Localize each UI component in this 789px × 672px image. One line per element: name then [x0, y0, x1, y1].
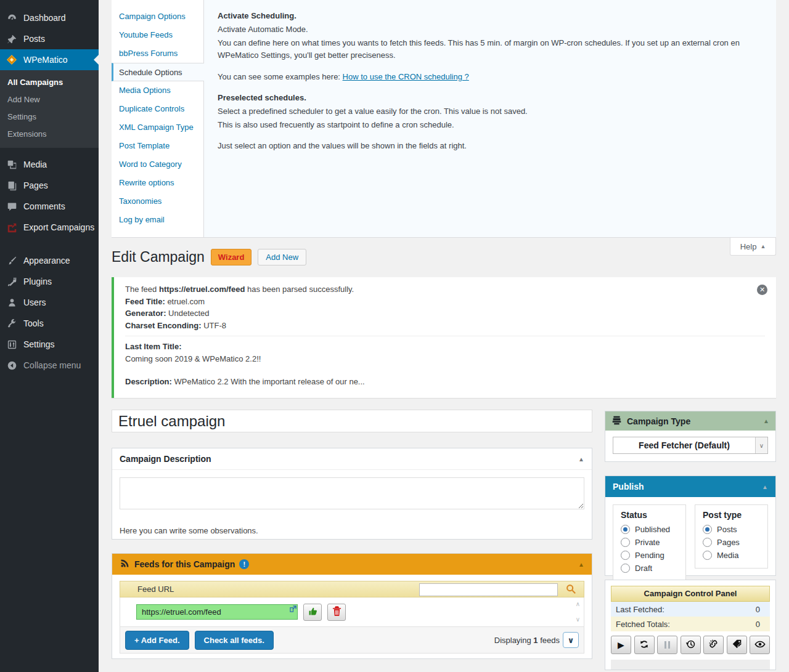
help-heading: Activate Scheduling.	[218, 11, 296, 20]
sidebar-item-label: Tools	[23, 318, 44, 328]
help-heading: Preselected schedules.	[218, 93, 306, 102]
preview-button[interactable]	[750, 636, 770, 654]
export-icon	[6, 221, 18, 233]
fetched-totals-row: Fetched Totals: 0	[611, 617, 770, 631]
feeds-box: Feeds for this Campaign ! ▲ Feed URL	[112, 553, 592, 659]
help-tab-log-by-email[interactable]: Log by email	[112, 211, 203, 229]
sidebar-item-label: Comments	[23, 201, 65, 211]
cron-scheduling-link[interactable]: How to use the CRON scheduling ?	[343, 72, 469, 81]
check-feed-button[interactable]	[303, 604, 322, 621]
help-toggle-button[interactable]: Help ▲	[730, 238, 776, 256]
help-line: Just select an option and the values wil…	[218, 140, 762, 152]
feed-search-input[interactable]	[419, 583, 558, 596]
history-log-button[interactable]	[681, 636, 701, 654]
help-line: Activate Automatic Mode.	[218, 23, 762, 36]
wrench-icon	[6, 317, 18, 330]
external-link-icon[interactable]	[290, 605, 296, 614]
submenu-item-extensions[interactable]: Extensions	[0, 126, 99, 143]
campaign-description-box: Campaign Description ▲ Here you can writ…	[112, 448, 592, 540]
help-tab-taxonomies[interactable]: Taxonomies	[112, 192, 203, 211]
radio-status-private[interactable]: Private	[621, 536, 678, 549]
collapse-triangle-icon[interactable]: ▲	[762, 484, 768, 490]
sidebar-item-appearance[interactable]: Appearance	[0, 250, 99, 271]
sidebar-item-comments[interactable]: Comments	[0, 196, 99, 217]
check-all-feeds-button[interactable]: Check all feeds.	[195, 631, 274, 650]
feed-list: ∧ ∨	[120, 597, 584, 627]
notice-line-last-item-value: Coming soon 2019 & WPeMatico 2.2!!	[125, 353, 765, 365]
help-tab-youtube-feeds[interactable]: Youtube Feeds	[112, 26, 203, 44]
notice-divider	[125, 336, 765, 336]
scroll-up-icon[interactable]: ∧	[576, 601, 580, 607]
radio-status-pending[interactable]: Pending	[621, 549, 678, 562]
feeds-box-header[interactable]: Feeds for this Campaign ! ▲	[112, 554, 592, 575]
submenu-item-settings[interactable]: Settings	[0, 108, 99, 126]
wizard-button[interactable]: Wizard	[211, 249, 252, 265]
fetch-now-button[interactable]: ▶	[611, 636, 631, 654]
sidebar-item-posts[interactable]: Posts	[0, 28, 99, 49]
sidebar-item-users[interactable]: Users	[0, 292, 99, 313]
radio-icon	[621, 564, 630, 573]
sidebar-item-label: Collapse menu	[23, 360, 81, 370]
expand-feed-list-button[interactable]: ∨	[563, 632, 579, 648]
campaign-description-header[interactable]: Campaign Description ▲	[112, 448, 592, 470]
info-icon[interactable]: !	[239, 559, 249, 569]
sidebar-item-export-campaigns[interactable]: Export Campaigns	[0, 217, 99, 238]
unlink-button[interactable]	[703, 636, 724, 654]
dismiss-icon[interactable]: ✕	[757, 285, 767, 295]
sidebar-item-collapse-menu[interactable]: Collapse menu	[0, 355, 99, 376]
sidebar-item-dashboard[interactable]: Dashboard	[0, 7, 99, 28]
sidebar-item-pages[interactable]: Pages	[0, 175, 99, 196]
help-tab-xml-campaign-type[interactable]: XML Campaign Type	[112, 118, 203, 137]
pause-campaign-button[interactable]	[657, 636, 677, 654]
wpematico-icon	[6, 54, 18, 66]
help-tab-rewrite-options[interactable]: Rewrite options	[112, 174, 203, 192]
search-icon[interactable]	[565, 583, 576, 596]
history-clock-icon	[685, 639, 696, 651]
sidebar-item-settings[interactable]: Settings	[0, 334, 99, 355]
radio-status-published[interactable]: Published	[621, 523, 678, 536]
feed-url-header-bar: Feed URL	[120, 581, 584, 597]
sidebar-item-plugins[interactable]: Plugins	[0, 271, 99, 292]
campaign-description-hint: Here you can write some observations.	[120, 526, 584, 535]
reset-campaign-button[interactable]	[634, 636, 655, 654]
radio-status-draft[interactable]: Draft	[621, 562, 678, 575]
help-button-label: Help	[740, 242, 757, 251]
radio-posttype-posts[interactable]: Posts	[703, 523, 760, 536]
collapse-triangle-icon[interactable]: ▲	[763, 418, 769, 424]
campaign-description-textarea[interactable]	[120, 477, 584, 509]
publish-header[interactable]: Publish ▲	[605, 476, 775, 497]
feeds-footer: + Add Feed. Check all feeds. Displaying …	[120, 627, 584, 654]
add-feed-button[interactable]: + Add Feed.	[125, 631, 189, 650]
submenu-item-add-new[interactable]: Add New	[0, 91, 99, 108]
add-new-button[interactable]: Add New	[258, 249, 306, 265]
sidebar-item-media[interactable]: Media	[0, 154, 99, 175]
collapse-icon	[6, 359, 18, 371]
user-icon	[6, 296, 18, 309]
help-line: This is also used frecuently as startpoi…	[218, 119, 762, 131]
eye-icon	[754, 639, 766, 652]
radio-posttype-media[interactable]: Media	[703, 549, 760, 562]
plug-icon	[6, 275, 18, 288]
help-tab-word-to-category[interactable]: Word to Category	[112, 155, 203, 174]
help-tab-bbpress-forums[interactable]: bbPress Forums	[112, 44, 203, 63]
control-panel-footer-strip	[611, 660, 770, 670]
collapse-triangle-icon[interactable]: ▲	[578, 456, 584, 463]
page-title: Edit Campaign	[112, 249, 205, 265]
sidebar-item-tools[interactable]: Tools	[0, 313, 99, 334]
delete-feed-button[interactable]	[327, 604, 346, 621]
help-tab-campaign-options[interactable]: Campaign Options	[112, 7, 203, 26]
campaign-title-input[interactable]	[112, 410, 592, 432]
submenu-item-all-campaigns[interactable]: All Campaigns	[0, 74, 99, 91]
scroll-down-icon[interactable]: ∨	[576, 617, 580, 623]
campaign-type-header[interactable]: Campaign Type ▲	[605, 411, 775, 431]
help-tab-media-options[interactable]: Media Options	[112, 81, 203, 100]
help-tab-duplicate-controls[interactable]: Duplicate Controls	[112, 100, 203, 118]
collapse-triangle-icon[interactable]: ▲	[578, 561, 584, 568]
help-tab-post-template[interactable]: Post Template	[112, 137, 203, 155]
sidebar-item-wpematico[interactable]: WPeMatico	[0, 49, 99, 70]
radio-posttype-pages[interactable]: Pages	[703, 536, 760, 549]
tag-edit-button[interactable]	[727, 636, 747, 654]
help-tab-schedule-options[interactable]: Schedule Options	[112, 63, 204, 81]
campaign-type-select[interactable]: Feed Fetcher (Default) ∨	[613, 437, 768, 454]
feed-url-input[interactable]	[136, 604, 298, 620]
